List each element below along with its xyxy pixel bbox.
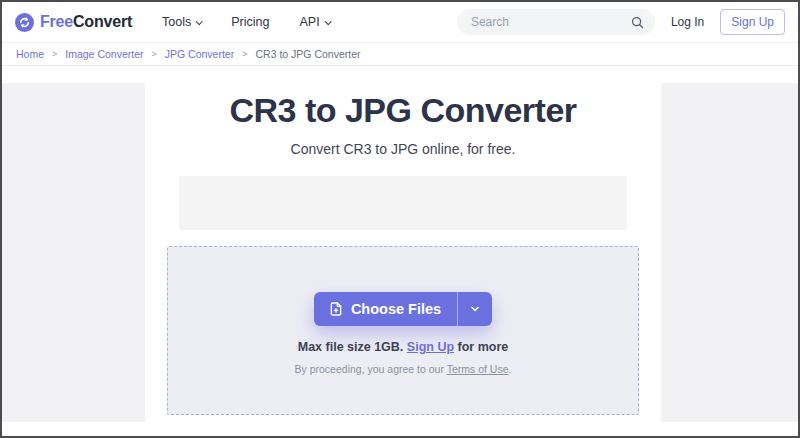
file-drop-zone[interactable]: Choose Files Max file size 1GB. Sign Up … [167,246,639,415]
max-size-suffix: for more [458,340,509,354]
terms-of-use-link[interactable]: Terms of Use [447,363,509,375]
converter-section: CR3 to JPG Converter Convert CR3 to JPG … [145,66,661,415]
choose-files-button[interactable]: Choose Files [314,292,492,326]
header-right: Log In Sign Up [457,9,785,35]
choose-files-main[interactable]: Choose Files [314,292,457,326]
breadcrumb-jpg-converter[interactable]: JPG Converter [165,48,234,60]
nav-item-tools[interactable]: Tools [162,15,201,29]
page-subtitle: Convert CR3 to JPG online, for free. [145,141,661,157]
left-gutter [2,83,145,422]
breadcrumb-separator: > [242,49,247,59]
breadcrumb-current-page: CR3 to JPG Converter [255,48,360,60]
chevron-down-icon [324,18,331,25]
chevron-down-icon [469,303,481,315]
nav-item-pricing[interactable]: Pricing [231,15,269,29]
chevron-down-icon [196,18,203,25]
file-plus-icon [328,301,344,317]
nav-item-api[interactable]: API [299,15,329,29]
search-box[interactable] [457,9,655,35]
sync-circle-icon [15,13,34,32]
nav-api-label: API [299,15,319,29]
breadcrumb: Home > Image Converter > JPG Converter >… [2,43,798,66]
max-file-size-text: Max file size 1GB. Sign Up for more [298,340,509,354]
terms-suffix: . [509,363,512,375]
login-link[interactable]: Log In [671,15,704,29]
nav-pricing-label: Pricing [231,15,269,29]
terms-prefix: By proceeding, you agree to our [295,363,444,375]
max-size-prefix: Max file size 1GB. [298,340,404,354]
breadcrumb-separator: > [151,49,156,59]
main-nav: Tools Pricing API [162,15,330,29]
choose-files-label: Choose Files [351,301,441,317]
main-content: CR3 to JPG Converter Convert CR3 to JPG … [2,66,798,436]
nav-tools-label: Tools [162,15,191,29]
page-title: CR3 to JPG Converter [145,66,661,130]
logo-wordmark: FreeConvert [40,13,132,31]
search-input[interactable] [471,15,630,29]
ad-placeholder [179,176,627,230]
right-gutter [661,83,798,422]
terms-text: By proceeding, you agree to our Terms of… [295,363,512,375]
signup-button[interactable]: Sign Up [720,9,785,35]
breadcrumb-separator: > [52,49,57,59]
freeconvert-logo[interactable]: FreeConvert [15,13,132,32]
choose-files-dropdown[interactable] [458,292,492,326]
search-icon[interactable] [630,15,645,30]
signup-for-more-link[interactable]: Sign Up [407,340,454,354]
breadcrumb-image-converter[interactable]: Image Converter [65,48,143,60]
breadcrumb-home[interactable]: Home [16,48,44,60]
top-header: FreeConvert Tools Pricing API [2,2,798,43]
freeconvert-page: FreeConvert Tools Pricing API [0,0,800,438]
